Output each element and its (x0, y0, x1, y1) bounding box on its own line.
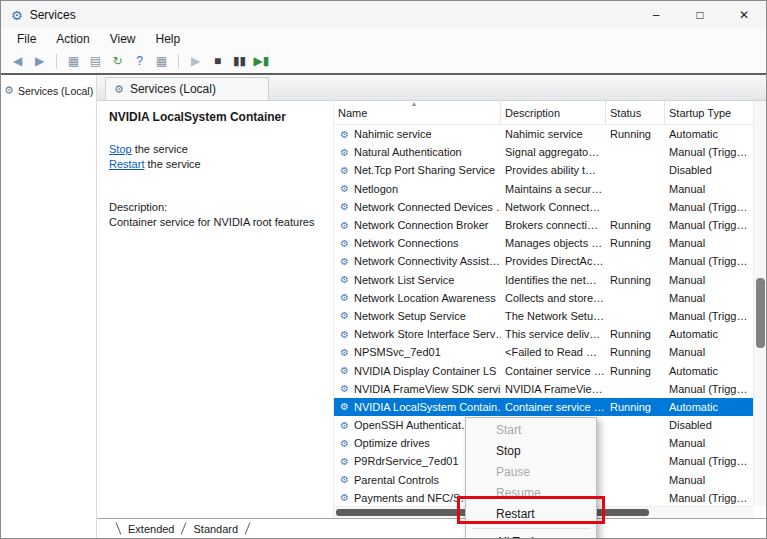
stop-service-icon[interactable]: ■ (207, 51, 228, 71)
stop-line-suffix: the service (132, 143, 188, 155)
cell-desc: This service deliv… (501, 328, 606, 340)
tab-label: Services (Local) (130, 82, 216, 96)
table-row[interactable]: ⚙NVIDIA LocalSystem Contain…Container se… (334, 398, 753, 416)
start-service-icon[interactable]: ▶ (185, 51, 206, 71)
cell-name: ⚙Netlogon (334, 183, 501, 195)
cell-name: ⚙Network Connected Devices … (334, 201, 501, 213)
cell-startup: Manual (Trigg… (665, 310, 753, 322)
cell-name: ⚙Network List Service (334, 274, 501, 286)
cell-startup: Manual (Trigg… (665, 492, 753, 504)
table-row[interactable]: ⚙Natural AuthenticationSignal aggregato…… (334, 143, 753, 161)
table-row[interactable]: ⚙Network Setup ServiceThe Network Setu…M… (334, 307, 753, 325)
cell-name: ⚙Network Location Awareness (334, 292, 501, 304)
menu-view[interactable]: View (100, 32, 146, 46)
cell-name: ⚙NVIDIA Display Container LS (334, 365, 501, 377)
help-icon[interactable]: ? (129, 51, 150, 71)
services-window: ⚙ Services – □ ✕ File Action View Help ◀… (0, 0, 767, 539)
context-menu-item-stop[interactable]: Stop (466, 441, 596, 462)
cell-status: Running (606, 274, 665, 286)
table-row[interactable]: ⚙Network Connection BrokerBrokers connec… (334, 216, 753, 234)
minimize-button[interactable]: – (634, 1, 678, 29)
menu-help[interactable]: Help (146, 32, 191, 46)
view-header: ⚙ Services (Local) (97, 75, 766, 101)
table-row[interactable]: ⚙NetlogonMaintains a secur…Manual (334, 180, 753, 198)
cell-name: ⚙Network Connections (334, 237, 501, 249)
cell-name: ⚙Network Connectivity Assist… (334, 255, 501, 267)
cell-status: Running (606, 346, 665, 358)
context-menu-item-all-tasks[interactable]: All Tasks (466, 532, 596, 539)
cell-status: Running (606, 401, 665, 413)
cell-desc: Provides ability t… (501, 164, 606, 176)
service-name-text: Netlogon (354, 183, 398, 195)
cell-startup: Manual (Trigg… (665, 219, 753, 231)
cell-startup: Automatic (665, 401, 753, 413)
restart-line-suffix: the service (144, 158, 200, 170)
cell-startup: Manual (665, 274, 753, 286)
table-row[interactable]: ⚙Network ConnectionsManages objects …Run… (334, 234, 753, 252)
pause-service-icon[interactable]: ▮▮ (229, 51, 250, 71)
tab-extended[interactable]: Extended (126, 523, 176, 535)
service-name-text: Net.Tcp Port Sharing Service (354, 164, 495, 176)
cell-status: Running (606, 219, 665, 231)
menu-separator (472, 528, 590, 529)
restart-service-link[interactable]: Restart (109, 158, 144, 170)
tree-item-services-local[interactable]: ⚙ Services (Local) (1, 82, 96, 99)
tab-slant-icon (245, 522, 251, 534)
menu-bar: File Action View Help (1, 29, 766, 49)
column-header-status[interactable]: Status (606, 101, 665, 124)
service-gear-icon: ⚙ (338, 438, 351, 449)
restart-service-icon[interactable]: ▶▮ (251, 51, 272, 71)
table-row[interactable]: ⚙Network Connectivity Assist…Provides Di… (334, 252, 753, 270)
cell-name: ⚙Network Connection Broker (334, 219, 501, 231)
cell-startup: Manual (Trigg… (665, 455, 753, 467)
service-gear-icon: ⚙ (338, 274, 351, 285)
service-name-text: Nahimic service (354, 128, 432, 140)
services-local-tab[interactable]: ⚙ Services (Local) (105, 77, 269, 100)
table-row[interactable]: ⚙Network Store Interface Serv…This servi… (334, 325, 753, 343)
forward-icon[interactable]: ▶ (29, 51, 50, 71)
service-gear-icon: ⚙ (338, 365, 351, 376)
service-name-text: Payments and NFC/S… (354, 492, 471, 504)
cell-desc: Manages objects … (501, 237, 606, 249)
cell-desc: Provides DirectAc… (501, 255, 606, 267)
cell-desc: Brokers connecti… (501, 219, 606, 231)
service-gear-icon: ⚙ (338, 147, 351, 158)
title-bar: ⚙ Services – □ ✕ (1, 1, 766, 29)
show-console-tree-icon[interactable]: ▦ (63, 51, 84, 71)
vertical-scrollbar[interactable] (753, 101, 766, 506)
back-icon[interactable]: ◀ (7, 51, 28, 71)
properties-icon[interactable]: ▦ (151, 51, 172, 71)
column-header-name[interactable]: Name ▴ (334, 101, 501, 124)
cell-name: ⚙Net.Tcp Port Sharing Service (334, 164, 501, 176)
cell-desc: Nahimic service (501, 128, 606, 140)
stop-service-link[interactable]: Stop (109, 143, 132, 155)
service-gear-icon: ⚙ (338, 329, 351, 340)
table-row[interactable]: ⚙Network List ServiceIdentifies the net…… (334, 271, 753, 289)
service-name-text: Network List Service (354, 274, 454, 286)
column-header-startup-type[interactable]: Startup Type (665, 101, 753, 124)
menu-file[interactable]: File (7, 32, 46, 46)
cell-startup: Manual (665, 183, 753, 195)
table-row[interactable]: ⚙Network Connected Devices …Network Conn… (334, 198, 753, 216)
context-menu-item-restart[interactable]: Restart (466, 504, 596, 525)
vertical-scrollbar-thumb[interactable] (756, 278, 765, 348)
refresh-icon[interactable]: ↻ (107, 51, 128, 71)
tab-standard[interactable]: Standard (191, 523, 240, 535)
column-header-description[interactable]: Description (501, 101, 606, 124)
service-gear-icon: ⚙ (338, 492, 351, 503)
table-row[interactable]: ⚙NPSMSvc_7ed01<Failed to Read …RunningMa… (334, 343, 753, 361)
menu-action[interactable]: Action (46, 32, 99, 46)
maximize-button[interactable]: □ (678, 1, 722, 29)
export-list-icon[interactable]: ▤ (85, 51, 106, 71)
table-row[interactable]: ⚙NVIDIA FrameView SDK servi…NVIDIA Frame… (334, 380, 753, 398)
service-name-text: Network Connection Broker (354, 219, 489, 231)
console-body: ⚙ Services (Local) ⚙ Services (Local) NV… (1, 75, 766, 538)
table-row[interactable]: ⚙NVIDIA Display Container LSContainer se… (334, 361, 753, 379)
cell-desc: Maintains a secur… (501, 183, 606, 195)
service-detail-pane: NVIDIA LocalSystem Container Stop the se… (97, 101, 334, 518)
table-row[interactable]: ⚙Net.Tcp Port Sharing ServiceProvides ab… (334, 161, 753, 179)
table-row[interactable]: ⚙Nahimic serviceNahimic serviceRunningAu… (334, 125, 753, 143)
sort-ascending-icon: ▴ (412, 101, 416, 108)
table-row[interactable]: ⚙Network Location AwarenessCollects and … (334, 289, 753, 307)
close-button[interactable]: ✕ (722, 1, 766, 29)
